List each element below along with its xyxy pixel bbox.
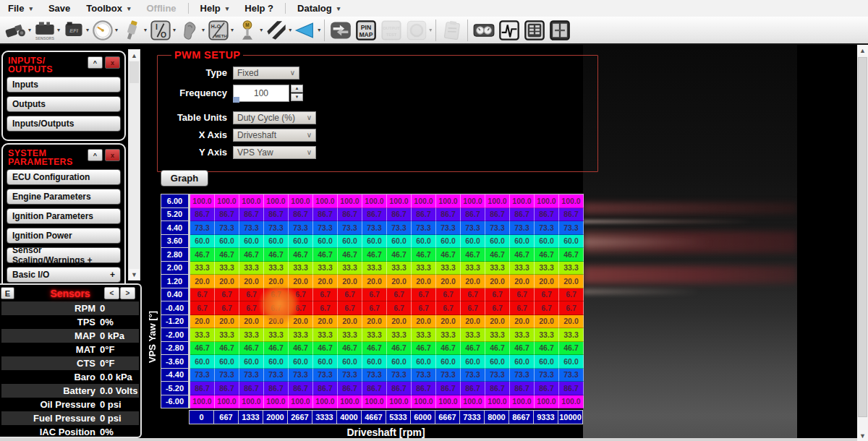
- table-cell[interactable]: 33.3: [215, 262, 239, 275]
- table-cell[interactable]: 33.3: [559, 262, 584, 275]
- table-cell[interactable]: 20.0: [387, 275, 412, 288]
- table-cell[interactable]: 73.3: [362, 369, 387, 382]
- table-cell[interactable]: 60.0: [461, 355, 485, 369]
- table-cell[interactable]: 33.3: [485, 328, 510, 342]
- table-cell[interactable]: 33.3: [239, 328, 264, 342]
- sidebar-item-outputs[interactable]: Outputs: [7, 96, 121, 112]
- table-cell[interactable]: 100.0: [436, 395, 461, 409]
- spin-up-icon[interactable]: ▲: [291, 85, 303, 93]
- dropdown-arrow-icon[interactable]: ▾: [28, 27, 31, 33]
- table-cell[interactable]: 6.7: [289, 288, 313, 302]
- table-cell[interactable]: 20.0: [412, 315, 436, 329]
- table-cell[interactable]: 100.0: [436, 194, 461, 208]
- dropdown-arrow-icon[interactable]: ▾: [144, 27, 147, 33]
- sidebar-item-inputs[interactable]: Inputs: [7, 77, 121, 93]
- scroll-down-icon[interactable]: ▼: [129, 269, 140, 280]
- dropdown-arrow-icon[interactable]: ▾: [318, 27, 320, 33]
- table-cell[interactable]: 6.7: [436, 288, 461, 302]
- table-cell[interactable]: 6.7: [362, 301, 387, 315]
- table-cell[interactable]: 20.0: [510, 275, 535, 288]
- table-cell[interactable]: 60.0: [215, 355, 239, 369]
- table-cell[interactable]: 33.3: [362, 262, 387, 275]
- sidebar-item-inputs-outputs[interactable]: Inputs/Outputs: [7, 116, 121, 132]
- frequency-input[interactable]: 100: [233, 85, 289, 102]
- table-cell[interactable]: 46.7: [510, 342, 535, 356]
- table-cell[interactable]: 86.7: [387, 208, 412, 222]
- table-cell[interactable]: 86.7: [338, 382, 362, 395]
- table-cell[interactable]: 73.3: [559, 369, 584, 382]
- table-cell[interactable]: 73.3: [461, 369, 485, 382]
- table-cell[interactable]: 86.7: [461, 208, 485, 222]
- table-cell[interactable]: 20.0: [215, 275, 239, 288]
- table-cell[interactable]: 60.0: [338, 355, 362, 369]
- table-cell[interactable]: 46.7: [215, 248, 239, 262]
- table-cell[interactable]: 60.0: [362, 235, 387, 249]
- table-cell[interactable]: 86.7: [412, 382, 436, 395]
- table-cell[interactable]: 73.3: [535, 221, 559, 235]
- table-cell[interactable]: 73.3: [239, 369, 264, 382]
- scope-pulse-icon[interactable]: [497, 19, 521, 42]
- spin-down-icon[interactable]: ▼: [291, 93, 303, 101]
- table-cell[interactable]: 33.3: [338, 328, 362, 342]
- y-axis-select[interactable]: VPS Yaw∨: [233, 146, 316, 159]
- table-cell[interactable]: 100.0: [559, 395, 584, 409]
- table-cell[interactable]: 33.3: [387, 328, 412, 342]
- table-cell[interactable]: 46.7: [313, 248, 338, 262]
- table-cell[interactable]: 20.0: [510, 315, 535, 329]
- table-cell[interactable]: 73.3: [264, 221, 289, 235]
- table-cell[interactable]: 20.0: [239, 315, 264, 329]
- table-cell[interactable]: 6.7: [338, 288, 362, 302]
- table-cell[interactable]: 100.0: [387, 194, 412, 208]
- table-cell[interactable]: 6.7: [362, 288, 387, 302]
- table-cell[interactable]: 46.7: [264, 248, 289, 262]
- table-cell[interactable]: 46.7: [559, 248, 584, 262]
- dropdown-arrow-icon[interactable]: ▾: [115, 27, 118, 33]
- table-cell[interactable]: 46.7: [436, 342, 461, 356]
- table-cell[interactable]: 33.3: [362, 328, 387, 342]
- table-cell[interactable]: 6.7: [190, 288, 215, 302]
- table-cell[interactable]: 60.0: [485, 355, 510, 369]
- table-cell[interactable]: 60.0: [264, 355, 289, 369]
- sensors-prev-button[interactable]: <: [104, 287, 119, 299]
- table-cell[interactable]: 6.7: [535, 301, 559, 315]
- table-cell[interactable]: 46.7: [190, 248, 215, 262]
- table-cell[interactable]: 73.3: [412, 369, 436, 382]
- table-cell[interactable]: 100.0: [313, 395, 338, 409]
- table-cell[interactable]: 6.7: [559, 288, 584, 302]
- table-cell[interactable]: 33.3: [412, 328, 436, 342]
- table-cell[interactable]: 33.3: [289, 328, 313, 342]
- table-cell[interactable]: 60.0: [239, 355, 264, 369]
- table-cell[interactable]: 86.7: [313, 208, 338, 222]
- menu-item-toolbox[interactable]: Toolbox▾: [78, 0, 138, 17]
- table-cell[interactable]: 20.0: [313, 315, 338, 329]
- table-cell[interactable]: 60.0: [215, 235, 239, 249]
- fan-cone-icon[interactable]: ▾: [293, 19, 320, 42]
- dropdown-arrow-icon[interactable]: ▾: [173, 27, 176, 33]
- sidebar-item-ecu-configuration[interactable]: ECU Configuration: [7, 169, 121, 185]
- sidebar-scrollbar[interactable]: ▲ ▼: [128, 49, 140, 281]
- table-cell[interactable]: 100.0: [412, 194, 436, 208]
- table-cell[interactable]: 100.0: [510, 194, 535, 208]
- table-cell[interactable]: 6.7: [239, 301, 264, 315]
- table-cell[interactable]: 73.3: [485, 221, 510, 235]
- water-meth-icon[interactable]: H₂OMETH▾: [206, 19, 234, 42]
- table-cell[interactable]: 86.7: [461, 382, 485, 395]
- table-cell[interactable]: 6.7: [190, 301, 215, 315]
- table-cell[interactable]: 86.7: [510, 208, 535, 222]
- table-cell[interactable]: 60.0: [436, 235, 461, 249]
- table-cell[interactable]: 20.0: [535, 315, 559, 329]
- table-cell[interactable]: 86.7: [535, 382, 559, 395]
- scroll-down-icon[interactable]: ▼: [857, 430, 868, 441]
- table-cell[interactable]: 20.0: [313, 275, 338, 288]
- table-cell[interactable]: 20.0: [436, 315, 461, 329]
- table-cell[interactable]: 46.7: [535, 248, 559, 262]
- table-cell[interactable]: 60.0: [387, 355, 412, 369]
- table-cell[interactable]: 73.3: [215, 221, 239, 235]
- table-cell[interactable]: 73.3: [313, 221, 338, 235]
- table-cell[interactable]: 33.3: [264, 328, 289, 342]
- table-cell[interactable]: 33.3: [461, 328, 485, 342]
- table-cell[interactable]: 86.7: [485, 382, 510, 395]
- table-cell[interactable]: 20.0: [338, 315, 362, 329]
- table-cell[interactable]: 6.7: [387, 288, 412, 302]
- table-cell[interactable]: 100.0: [535, 395, 559, 409]
